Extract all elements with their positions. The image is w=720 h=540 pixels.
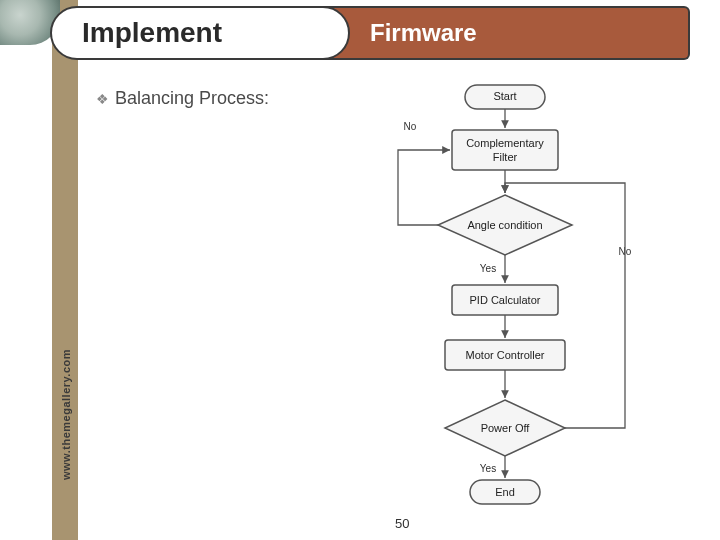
title-bar: Implement Firmware xyxy=(50,6,690,60)
node-filter-label-1: Complementary xyxy=(466,137,544,149)
flowchart-diagram: Start Complementary Filter No Angle cond… xyxy=(350,80,680,510)
edge-label-yes1: Yes xyxy=(480,263,496,274)
node-filter-label-2: Filter xyxy=(493,151,518,163)
edge-label-no-left: No xyxy=(404,121,417,132)
node-poweroff-label: Power Off xyxy=(481,422,531,434)
page-number: 50 xyxy=(395,516,409,531)
node-angle-label: Angle condition xyxy=(467,219,542,231)
bullet-text: Balancing Process: xyxy=(115,88,269,109)
diamond-bullet-icon: ❖ xyxy=(96,91,109,107)
node-start-label: Start xyxy=(493,90,516,102)
edge-label-yes2: Yes xyxy=(480,463,496,474)
title-left-text: Implement xyxy=(82,17,222,49)
title-right-text: Firmware xyxy=(370,19,477,47)
node-motor-label: Motor Controller xyxy=(466,349,545,361)
node-pid-label: PID Calculator xyxy=(470,294,541,306)
title-left: Implement xyxy=(50,6,350,60)
watermark: www.themegallery.com xyxy=(60,349,72,480)
edge-angle-no-filter xyxy=(398,150,450,225)
title-right: Firmware xyxy=(320,6,690,60)
node-end-label: End xyxy=(495,486,515,498)
bullet-heading: ❖ Balancing Process: xyxy=(96,88,269,109)
